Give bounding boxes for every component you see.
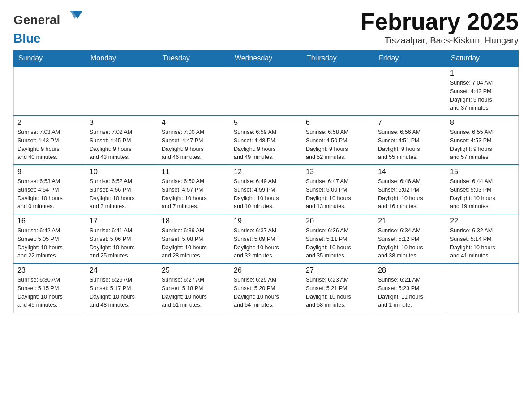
calendar-cell: 16Sunrise: 6:42 AM Sunset: 5:05 PM Dayli… — [14, 214, 86, 263]
weekday-header-saturday: Saturday — [446, 51, 519, 67]
day-number: 26 — [234, 266, 298, 274]
day-info: Sunrise: 6:59 AM Sunset: 4:48 PM Dayligh… — [234, 128, 298, 162]
day-number: 9 — [17, 168, 82, 176]
calendar-cell: 10Sunrise: 6:52 AM Sunset: 4:56 PM Dayli… — [86, 165, 158, 214]
calendar-cell: 26Sunrise: 6:25 AM Sunset: 5:20 PM Dayli… — [230, 263, 302, 313]
calendar-week-row: 2Sunrise: 7:03 AM Sunset: 4:43 PM Daylig… — [14, 116, 519, 165]
logo-icon — [60, 9, 85, 31]
calendar-cell: 21Sunrise: 6:34 AM Sunset: 5:12 PM Dayli… — [374, 214, 446, 263]
day-number: 14 — [378, 168, 442, 176]
calendar-cell: 17Sunrise: 6:41 AM Sunset: 5:06 PM Dayli… — [86, 214, 158, 263]
day-number: 16 — [17, 217, 82, 225]
day-info: Sunrise: 6:30 AM Sunset: 5:15 PM Dayligh… — [17, 276, 82, 309]
logo: General Blue — [13, 9, 85, 46]
day-number: 21 — [378, 217, 442, 225]
day-info: Sunrise: 6:58 AM Sunset: 4:50 PM Dayligh… — [306, 128, 370, 162]
day-info: Sunrise: 6:49 AM Sunset: 4:59 PM Dayligh… — [234, 177, 298, 211]
calendar-cell: 7Sunrise: 6:56 AM Sunset: 4:51 PM Daylig… — [374, 116, 446, 165]
day-number: 22 — [450, 217, 515, 225]
weekday-header-sunday: Sunday — [14, 51, 86, 67]
calendar-cell: 11Sunrise: 6:50 AM Sunset: 4:57 PM Dayli… — [158, 165, 230, 214]
calendar-cell — [86, 66, 158, 116]
day-number: 3 — [90, 119, 154, 127]
weekday-header-thursday: Thursday — [302, 51, 374, 67]
day-info: Sunrise: 6:37 AM Sunset: 5:09 PM Dayligh… — [234, 227, 298, 260]
weekday-header-monday: Monday — [86, 51, 158, 67]
weekday-header-tuesday: Tuesday — [158, 51, 230, 67]
day-number: 5 — [234, 119, 298, 127]
calendar-cell: 18Sunrise: 6:39 AM Sunset: 5:08 PM Dayli… — [158, 214, 230, 263]
day-number: 1 — [450, 69, 515, 77]
calendar-cell: 14Sunrise: 6:46 AM Sunset: 5:02 PM Dayli… — [374, 165, 446, 214]
calendar-cell — [446, 263, 519, 313]
day-info: Sunrise: 6:47 AM Sunset: 5:00 PM Dayligh… — [306, 177, 370, 211]
calendar-table: SundayMondayTuesdayWednesdayThursdayFrid… — [13, 50, 519, 313]
calendar-cell: 5Sunrise: 6:59 AM Sunset: 4:48 PM Daylig… — [230, 116, 302, 165]
day-info: Sunrise: 6:56 AM Sunset: 4:51 PM Dayligh… — [378, 128, 442, 162]
calendar-cell: 23Sunrise: 6:30 AM Sunset: 5:15 PM Dayli… — [14, 263, 86, 313]
day-info: Sunrise: 6:27 AM Sunset: 5:18 PM Dayligh… — [162, 276, 226, 309]
day-number: 15 — [450, 168, 515, 176]
calendar-cell: 9Sunrise: 6:53 AM Sunset: 4:54 PM Daylig… — [14, 165, 86, 214]
calendar-cell — [302, 66, 374, 116]
day-info: Sunrise: 7:00 AM Sunset: 4:47 PM Dayligh… — [162, 128, 226, 162]
day-info: Sunrise: 6:41 AM Sunset: 5:06 PM Dayligh… — [90, 227, 154, 260]
weekday-header-friday: Friday — [374, 51, 446, 67]
day-info: Sunrise: 6:29 AM Sunset: 5:17 PM Dayligh… — [90, 276, 154, 309]
calendar-cell: 13Sunrise: 6:47 AM Sunset: 5:00 PM Dayli… — [302, 165, 374, 214]
day-info: Sunrise: 6:50 AM Sunset: 4:57 PM Dayligh… — [162, 177, 226, 211]
day-info: Sunrise: 6:32 AM Sunset: 5:14 PM Dayligh… — [450, 227, 515, 260]
day-info: Sunrise: 6:36 AM Sunset: 5:11 PM Dayligh… — [306, 227, 370, 260]
day-info: Sunrise: 6:25 AM Sunset: 5:20 PM Dayligh… — [234, 276, 298, 309]
calendar-cell: 28Sunrise: 6:21 AM Sunset: 5:23 PM Dayli… — [374, 263, 446, 313]
day-info: Sunrise: 7:02 AM Sunset: 4:45 PM Dayligh… — [90, 128, 154, 162]
day-number: 4 — [162, 119, 226, 127]
calendar-cell: 4Sunrise: 7:00 AM Sunset: 4:47 PM Daylig… — [158, 116, 230, 165]
title-block: February 2025 Tiszaalpar, Bacs-Kiskun, H… — [360, 9, 519, 46]
day-info: Sunrise: 6:23 AM Sunset: 5:21 PM Dayligh… — [306, 276, 370, 309]
calendar-cell: 15Sunrise: 6:44 AM Sunset: 5:03 PM Dayli… — [446, 165, 519, 214]
day-info: Sunrise: 6:34 AM Sunset: 5:12 PM Dayligh… — [378, 227, 442, 260]
calendar-week-row: 23Sunrise: 6:30 AM Sunset: 5:15 PM Dayli… — [14, 263, 519, 313]
location-subtitle: Tiszaalpar, Bacs-Kiskun, Hungary — [360, 35, 519, 46]
day-number: 11 — [162, 168, 226, 176]
calendar-cell: 12Sunrise: 6:49 AM Sunset: 4:59 PM Dayli… — [230, 165, 302, 214]
page-header: General Blue February 2025 Tiszaalpar, B… — [13, 9, 519, 46]
day-number: 23 — [17, 266, 82, 274]
day-number: 6 — [306, 119, 370, 127]
calendar-cell: 2Sunrise: 7:03 AM Sunset: 4:43 PM Daylig… — [14, 116, 86, 165]
calendar-week-row: 16Sunrise: 6:42 AM Sunset: 5:05 PM Dayli… — [14, 214, 519, 263]
day-info: Sunrise: 6:55 AM Sunset: 4:53 PM Dayligh… — [450, 128, 515, 162]
calendar-cell: 6Sunrise: 6:58 AM Sunset: 4:50 PM Daylig… — [302, 116, 374, 165]
day-info: Sunrise: 6:39 AM Sunset: 5:08 PM Dayligh… — [162, 227, 226, 260]
calendar-cell — [374, 66, 446, 116]
day-info: Sunrise: 6:44 AM Sunset: 5:03 PM Dayligh… — [450, 177, 515, 211]
day-number: 12 — [234, 168, 298, 176]
day-number: 24 — [90, 266, 154, 274]
day-number: 28 — [378, 266, 442, 274]
day-info: Sunrise: 6:21 AM Sunset: 5:23 PM Dayligh… — [378, 276, 442, 309]
calendar-cell: 1Sunrise: 7:04 AM Sunset: 4:42 PM Daylig… — [446, 66, 519, 116]
day-number: 13 — [306, 168, 370, 176]
day-number: 18 — [162, 217, 226, 225]
calendar-cell: 24Sunrise: 6:29 AM Sunset: 5:17 PM Dayli… — [86, 263, 158, 313]
weekday-header-wednesday: Wednesday — [230, 51, 302, 67]
day-info: Sunrise: 7:03 AM Sunset: 4:43 PM Dayligh… — [17, 128, 82, 162]
calendar-cell — [158, 66, 230, 116]
day-number: 10 — [90, 168, 154, 176]
calendar-week-row: 9Sunrise: 6:53 AM Sunset: 4:54 PM Daylig… — [14, 165, 519, 214]
month-title: February 2025 — [360, 9, 519, 34]
day-info: Sunrise: 6:53 AM Sunset: 4:54 PM Dayligh… — [17, 177, 82, 211]
calendar-cell: 3Sunrise: 7:02 AM Sunset: 4:45 PM Daylig… — [86, 116, 158, 165]
day-number: 7 — [378, 119, 442, 127]
calendar-cell: 8Sunrise: 6:55 AM Sunset: 4:53 PM Daylig… — [446, 116, 519, 165]
calendar-cell: 27Sunrise: 6:23 AM Sunset: 5:21 PM Dayli… — [302, 263, 374, 313]
calendar-cell: 25Sunrise: 6:27 AM Sunset: 5:18 PM Dayli… — [158, 263, 230, 313]
calendar-header-row: SundayMondayTuesdayWednesdayThursdayFrid… — [14, 51, 519, 67]
calendar-cell: 22Sunrise: 6:32 AM Sunset: 5:14 PM Dayli… — [446, 214, 519, 263]
day-number: 25 — [162, 266, 226, 274]
day-number: 8 — [450, 119, 515, 127]
logo-general-text: General — [13, 13, 60, 27]
day-number: 2 — [17, 119, 82, 127]
calendar-week-row: 1Sunrise: 7:04 AM Sunset: 4:42 PM Daylig… — [14, 66, 519, 116]
